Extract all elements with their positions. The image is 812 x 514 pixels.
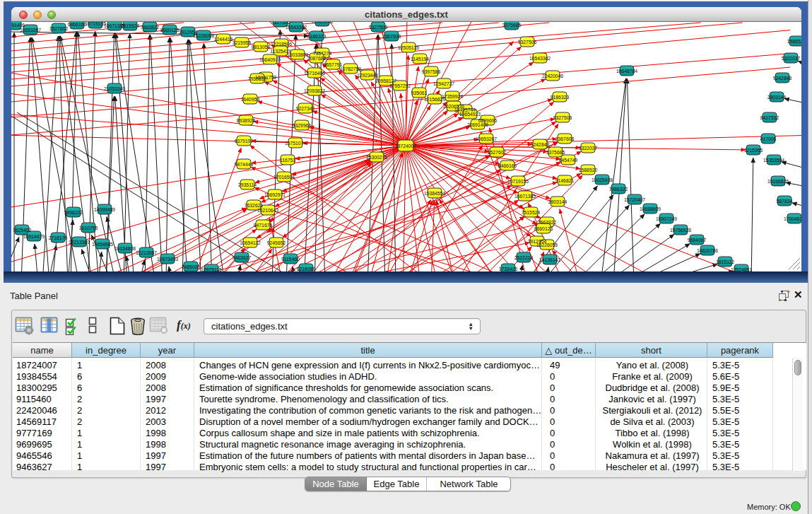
svg-text:12923448: 12923448: [357, 73, 378, 78]
svg-text:12093822: 12093822: [304, 88, 325, 93]
svg-text:16671385: 16671385: [514, 194, 536, 199]
svg-text:5322037: 5322037: [579, 146, 598, 151]
svg-text:10782759: 10782759: [340, 66, 361, 71]
svg-text:16648784: 16648784: [616, 69, 637, 74]
svg-text:10973493: 10973493: [157, 257, 178, 262]
svg-text:7663822: 7663822: [141, 25, 160, 30]
svg-text:22420046: 22420046: [542, 74, 563, 78]
svg-text:12213389: 12213389: [69, 240, 90, 245]
svg-text:19166825: 19166825: [767, 179, 789, 184]
svg-text:8813054: 8813054: [252, 45, 271, 49]
svg-text:9327508: 9327508: [553, 115, 572, 120]
svg-text:6216089: 6216089: [297, 267, 316, 271]
svg-text:3375685: 3375685: [502, 23, 522, 28]
svg-text:10688609: 10688609: [640, 206, 661, 211]
svg-text:7986322: 7986322: [609, 187, 628, 192]
svg-text:16543362: 16543362: [529, 56, 551, 61]
svg-text:1815112: 1815112: [716, 259, 734, 264]
svg-text:1588520: 1588520: [787, 39, 801, 44]
svg-text:16914479: 16914479: [23, 234, 45, 239]
svg-text:7663822: 7663822: [538, 220, 557, 225]
svg-text:9115460: 9115460: [281, 257, 300, 262]
svg-text:8454749: 8454749: [559, 158, 578, 163]
svg-text:1527602: 1527602: [49, 26, 69, 31]
svg-text:9397588: 9397588: [422, 69, 441, 74]
svg-text:9227342: 9227342: [296, 106, 315, 111]
svg-text:17957292: 17957292: [389, 83, 411, 88]
svg-text:5498222: 5498222: [64, 210, 83, 215]
svg-text:16154808: 16154808: [114, 246, 136, 251]
svg-text:8427552: 8427552: [760, 115, 779, 120]
svg-text:7485003: 7485003: [182, 264, 201, 269]
svg-text:21053346: 21053346: [104, 86, 125, 91]
svg-text:9146821: 9146821: [555, 178, 575, 183]
svg-text:10654112: 10654112: [240, 240, 261, 245]
svg-text:10719155: 10719155: [85, 22, 106, 26]
svg-text:2803144: 2803144: [548, 199, 567, 204]
svg-text:6466160: 6466160: [68, 22, 87, 27]
svg-text:2803144: 2803144: [767, 95, 787, 100]
svg-text:15751074: 15751074: [285, 141, 306, 146]
svg-text:15300275: 15300275: [366, 155, 387, 160]
svg-text:22420046: 22420046: [312, 22, 333, 24]
svg-text:9245652: 9245652: [267, 240, 286, 245]
svg-text:16543362: 16543362: [286, 25, 307, 30]
svg-text:8186323: 8186323: [307, 34, 326, 39]
svg-text:15692971: 15692971: [264, 192, 286, 197]
svg-text:15226058: 15226058: [536, 243, 558, 247]
svg-text:2087682: 2087682: [307, 56, 326, 61]
svg-text:18907249: 18907249: [656, 216, 677, 221]
svg-text:12942737: 12942737: [433, 81, 454, 86]
svg-text:9242848: 9242848: [531, 142, 550, 147]
svg-text:12218506: 12218506: [271, 42, 292, 47]
svg-text:3215955: 3215955: [744, 148, 763, 153]
svg-text:9329966: 9329966: [293, 123, 312, 128]
svg-text:17016504: 17016504: [273, 175, 295, 180]
svg-text:2367608: 2367608: [382, 34, 401, 39]
svg-text:10653267: 10653267: [476, 136, 497, 141]
svg-text:12975115: 12975115: [201, 267, 222, 272]
svg-text:14136141: 14136141: [539, 257, 560, 262]
svg-text:13654923: 13654923: [459, 112, 481, 117]
svg-text:10653267: 10653267: [20, 28, 41, 33]
svg-text:10025438: 10025438: [592, 177, 613, 182]
svg-text:1640954: 1640954: [241, 97, 260, 102]
svg-text:17004676: 17004676: [784, 216, 801, 221]
svg-text:20691406: 20691406: [11, 23, 25, 28]
svg-text:6466160: 6466160: [498, 163, 517, 168]
svg-text:16640910: 16640910: [259, 57, 281, 62]
svg-text:7955812: 7955812: [248, 76, 267, 81]
svg-text:417006: 417006: [760, 136, 777, 141]
svg-text:8186323: 8186323: [551, 95, 570, 100]
svg-text:1244415: 1244415: [214, 37, 233, 42]
svg-text:9463627: 9463627: [233, 255, 252, 260]
svg-text:7625402: 7625402: [13, 228, 32, 233]
svg-text:8660123: 8660123: [534, 226, 553, 231]
svg-text:1145194: 1145194: [411, 57, 429, 62]
svg-text:9327506: 9327506: [518, 40, 537, 45]
svg-text:1588520: 1588520: [579, 168, 598, 173]
svg-text:2935114: 2935114: [238, 182, 257, 187]
svg-text:7515524: 7515524: [121, 23, 140, 28]
svg-text:15716485: 15716485: [304, 71, 325, 76]
svg-text:1610755: 1610755: [79, 226, 98, 230]
svg-text:7632621: 7632621: [245, 203, 264, 208]
svg-text:19384554: 19384554: [424, 191, 445, 196]
svg-text:587834: 587834: [777, 199, 793, 204]
svg-text:7515524: 7515524: [522, 210, 541, 215]
svg-text:8660123: 8660123: [160, 28, 180, 33]
svg-text:935061: 935061: [411, 90, 428, 95]
svg-text:16210643: 16210643: [257, 208, 278, 213]
svg-text:3215955: 3215955: [233, 40, 252, 45]
svg-text:14820786: 14820786: [697, 248, 718, 253]
svg-text:16033809: 16033809: [287, 52, 308, 57]
svg-text:8938928: 8938928: [237, 118, 256, 123]
svg-text:2367608: 2367608: [555, 136, 575, 141]
svg-text:12213987: 12213987: [136, 250, 157, 255]
svg-text:9684067: 9684067: [688, 238, 707, 243]
svg-text:20691406: 20691406: [467, 122, 488, 127]
svg-text:12505135: 12505135: [398, 45, 419, 50]
svg-text:1733426: 1733426: [499, 267, 518, 271]
svg-text:14099489: 14099489: [94, 207, 115, 212]
svg-text:17359924: 17359924: [442, 94, 463, 99]
